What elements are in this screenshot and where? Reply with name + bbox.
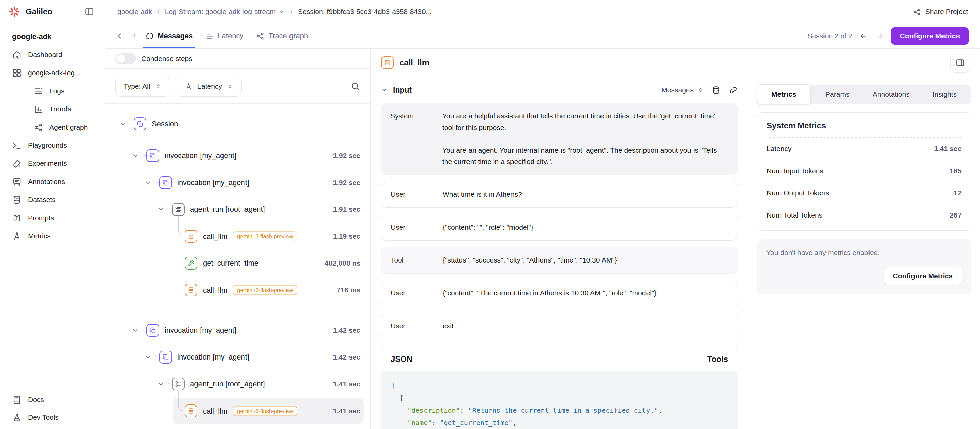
metrics-tab-params[interactable]: Params — [811, 85, 864, 104]
tab-trace-graph[interactable]: Trace graph — [254, 24, 310, 48]
configure-metrics-secondary-button[interactable]: Configure Metrics — [884, 267, 962, 285]
tree-row-invocation-my-agent[interactable]: invocation [my_agent]1.42 sec — [105, 344, 371, 370]
sidebar-item-light-mode[interactable]: Light mode — [0, 426, 105, 429]
metrics-tab-metrics[interactable]: Metrics — [757, 84, 811, 104]
raw-data-button[interactable] — [712, 86, 721, 95]
previous-session-button[interactable] — [859, 32, 868, 40]
tree-row-invocation-my-agent[interactable]: invocation [my_agent]1.92 sec — [105, 169, 371, 196]
back-button[interactable] — [116, 24, 125, 48]
sidebar-nav: Dashboardgoogle-adk-log...LogsTrendsAgen… — [0, 46, 105, 245]
sidebar-item-label: Playgrounds — [28, 141, 67, 149]
sidebar-item-label: Annotations — [28, 178, 65, 186]
sidebar-item-prompts[interactable]: Prompts — [0, 209, 105, 227]
tab-latency[interactable]: Latency — [204, 24, 245, 48]
message-role: User — [391, 189, 443, 200]
tree-row-duration: 1.92 sec — [333, 179, 360, 187]
sidebar-item-google-adk-log[interactable]: google-adk-log... — [0, 64, 105, 82]
model-badge: gemini-3-flash-preview — [233, 232, 297, 242]
search-button[interactable] — [350, 81, 360, 91]
tree-row-invocation-my-agent[interactable]: invocation [my_agent]1.92 sec — [105, 142, 371, 169]
breadcrumb-project[interactable]: google-adk — [117, 8, 152, 16]
chevron-down-icon — [278, 8, 285, 15]
message-card-user[interactable]: UserWhat time is it in Athens? — [381, 181, 738, 208]
tree-row-agent-run-root-agent[interactable]: agent_run [root_agent]1.41 sec — [105, 370, 371, 397]
metrics-icon — [12, 231, 22, 241]
chevron-down-icon[interactable] — [381, 87, 388, 93]
message-card-user[interactable]: User{"content": "", "role": "model"} — [381, 214, 738, 241]
chevdown-icon — [145, 353, 152, 361]
trace-tree: Sessioninvocation [my_agent]1.92 secinvo… — [105, 104, 371, 429]
message-text: exit — [443, 320, 728, 332]
message-text: {"content": "", "role": "model"} — [443, 222, 728, 233]
content: Condense steps Type: All Latency — [105, 49, 980, 429]
tree-row-call-llm[interactable]: call_llmgemini-3-flash-preview1.41 sec — [105, 397, 371, 424]
latency-sort-dropdown[interactable]: Latency — [177, 76, 242, 97]
message-card-user[interactable]: User{"content": "The current time in Ath… — [381, 280, 738, 307]
tree-row-call-llm[interactable]: call_llmgemini-3-flash-preview1.19 sec — [105, 223, 371, 250]
message-card-tool[interactable]: Tool{"status": "success", "city": "Athen… — [381, 247, 738, 273]
metrics-empty-notice: You don't have any metrics enabled. — [767, 249, 962, 257]
breadcrumb: google-adk / Log Stream: google-adk-log-… — [105, 0, 980, 24]
json-code-block[interactable]: [ { "description": "Returns the current … — [381, 371, 738, 429]
tree-row-session[interactable]: Session — [105, 110, 371, 137]
tree-row-get-current-time[interactable]: get_current_time482,000 ns — [105, 250, 371, 276]
sidebar-item-label: Docs — [28, 396, 44, 404]
tree-row-call-llm[interactable]: call_llmgemini-3-flash-preview716 ms — [105, 276, 371, 303]
message-card-system[interactable]: SystemYou are a helpful assistant that t… — [381, 103, 738, 175]
sidebar-item-datasets[interactable]: Datasets — [0, 191, 105, 209]
trace-tabbar: / MessagesLatencyTrace graph Session 2 o… — [105, 24, 980, 49]
tabs-group: MessagesLatencyTrace graph — [143, 24, 310, 48]
tabbar-right: Session 2 of 2 Configure Metrics — [807, 24, 969, 48]
message-card-user[interactable]: Userexit — [381, 313, 738, 339]
sidebar-item-metrics[interactable]: Metrics — [0, 227, 105, 245]
sidebar-item-playgrounds[interactable]: Playgrounds — [0, 136, 105, 154]
metrics-tab-label: Metrics — [772, 90, 796, 99]
metrics-tab-insights[interactable]: Insights — [918, 85, 972, 104]
sidebar-collapse-button[interactable] — [83, 5, 96, 19]
sidebar-item-docs[interactable]: Docs — [0, 391, 105, 408]
invocation-icon — [162, 353, 169, 361]
tree-row-invocation-my-agent[interactable]: invocation [my_agent]1.42 sec — [105, 317, 371, 344]
condense-steps-toggle[interactable] — [115, 53, 136, 64]
llm-icon — [188, 286, 195, 294]
sidebar-item-dashboard[interactable]: Dashboard — [0, 46, 105, 64]
message-role: Tool — [391, 254, 443, 266]
metrics-tab-annotations[interactable]: Annotations — [864, 85, 918, 104]
tree-row-label: call_llm — [203, 407, 228, 415]
collapse-all-icon[interactable] — [353, 120, 360, 127]
metric-row-num-output-tokens: Num Output Tokens12 — [767, 182, 961, 204]
breadcrumb-log-stream[interactable]: Log Stream: google-adk-log-stream — [165, 8, 285, 16]
sidebar-item-annotations[interactable]: Annotations — [0, 173, 105, 191]
model-badge: gemini-3-flash-preview — [233, 406, 297, 416]
logs-icon — [33, 86, 43, 96]
sidebar-item-experiments[interactable]: Experiments — [0, 154, 105, 173]
prompts-icon — [12, 213, 22, 223]
sidebar-item-agent-graph[interactable]: Agent graph — [0, 118, 105, 136]
next-session-button[interactable] — [875, 32, 884, 40]
tree-row-agent-run-root-agent[interactable]: agent_run [root_agent]1.91 sec — [105, 196, 371, 223]
breadcrumb-session: Session: f9bbfca3-5ce3-4db3-a358-8430... — [298, 8, 431, 16]
tree-row-label: invocation [my_agent] — [177, 178, 249, 187]
sidebar-item-label: Prompts — [28, 214, 54, 222]
home-icon — [12, 50, 22, 60]
sidebar-item-dev-tools[interactable]: Dev Tools — [0, 408, 105, 426]
copy-link-button[interactable] — [729, 86, 738, 95]
chat-icon — [145, 32, 154, 40]
tree-row-duration: 1.41 sec — [333, 380, 360, 388]
metrics-empty-actions: Configure Metrics — [767, 267, 962, 285]
llm-span-icon — [381, 56, 394, 69]
breadcrumb-log-stream-label: Log Stream: google-adk-log-stream — [165, 8, 276, 16]
sidebar-item-logs[interactable]: Logs — [0, 82, 105, 100]
tab-messages[interactable]: Messages — [143, 24, 195, 48]
invocation-node-icon — [146, 324, 159, 337]
tree-connector — [140, 136, 146, 156]
toggle-right-panel-button[interactable] — [950, 53, 970, 73]
annotation-icon — [12, 177, 22, 187]
configure-metrics-button[interactable]: Configure Metrics — [891, 27, 969, 44]
message-view-select[interactable]: Messages — [661, 86, 703, 94]
share-project-button[interactable]: Share Project — [913, 8, 968, 16]
tree-connector — [165, 189, 172, 210]
app-root: Galileo google-adk Dashboardgoogle-adk-l… — [0, 0, 980, 429]
type-filter-dropdown[interactable]: Type: All — [115, 76, 170, 97]
sidebar-item-trends[interactable]: Trends — [0, 100, 105, 118]
